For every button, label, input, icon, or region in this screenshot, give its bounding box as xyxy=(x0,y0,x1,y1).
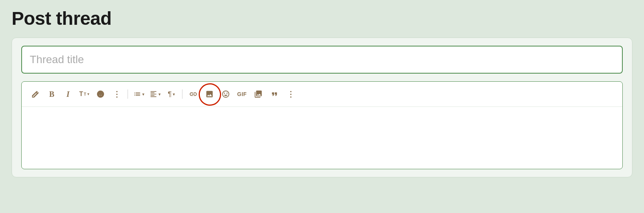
toolbar-divider-2 xyxy=(182,89,182,99)
editor-toolbar: B I TT ▾ ⋮ ▾ xyxy=(22,82,622,107)
align-button[interactable]: ▾ xyxy=(148,87,162,101)
more-options-1-button[interactable]: ⋮ xyxy=(110,87,124,101)
color-button[interactable] xyxy=(94,87,107,101)
more-options-2-button[interactable]: ⋮ xyxy=(284,87,298,101)
title-input-wrapper xyxy=(21,46,623,74)
bold-button[interactable]: B xyxy=(45,87,59,101)
eraser-button[interactable] xyxy=(29,87,43,101)
post-thread-card: B I TT ▾ ⋮ ▾ xyxy=(12,38,632,177)
thread-title-input[interactable] xyxy=(30,53,614,66)
toolbar-divider-1 xyxy=(128,89,128,99)
italic-button[interactable]: I xyxy=(61,87,75,101)
image-button[interactable] xyxy=(203,87,216,101)
gif-button[interactable]: GIF xyxy=(235,87,249,101)
text-size-button[interactable]: TT ▾ xyxy=(77,87,91,101)
editor-wrapper: B I TT ▾ ⋮ ▾ xyxy=(21,81,623,169)
list-button[interactable]: ▾ xyxy=(132,87,146,101)
link-button[interactable] xyxy=(186,87,200,101)
gallery-button[interactable] xyxy=(251,87,265,101)
quote-button[interactable] xyxy=(267,87,281,101)
paragraph-button[interactable]: ¶ ▾ xyxy=(164,87,178,101)
page-title: Post thread xyxy=(12,8,632,29)
emoji-button[interactable] xyxy=(219,87,233,101)
editor-content-area[interactable] xyxy=(22,107,622,169)
